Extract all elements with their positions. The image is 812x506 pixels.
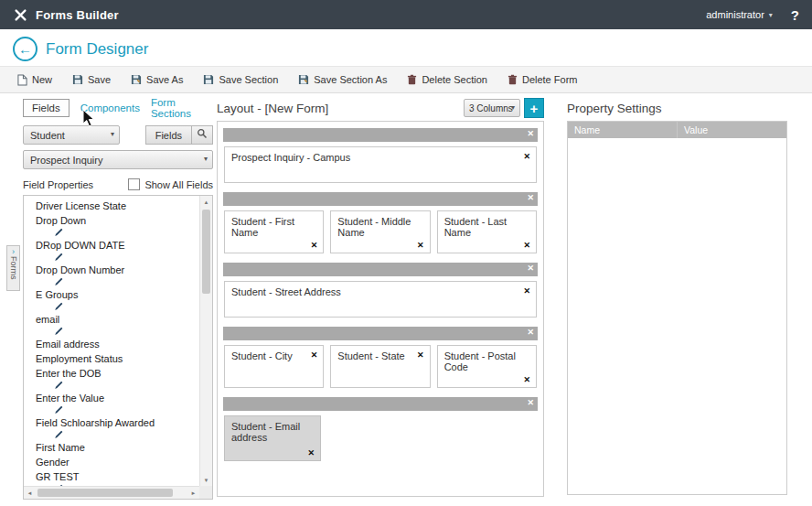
remove-field-icon[interactable]: ✕ [417, 350, 424, 360]
save-section-as-button[interactable]: Save Section As [288, 70, 397, 90]
form-field-cell[interactable]: Prospect Inquiry - Campus ✕ [224, 146, 537, 183]
save-section-button[interactable]: Save Section [193, 70, 288, 90]
field-item[interactable]: First Name [24, 440, 198, 455]
remove-field-icon[interactable]: ✕ [523, 241, 530, 250]
remove-section-icon[interactable]: ✕ [527, 328, 534, 337]
field-item[interactable]: Enter the DOB [24, 366, 198, 381]
form-field-cell[interactable]: Student - Last Name ✕ [437, 210, 537, 253]
fields-search-group: Fields [145, 125, 213, 145]
entity-dropdown[interactable]: Student ▾ [23, 125, 120, 145]
remove-field-icon[interactable]: ✕ [307, 448, 315, 458]
show-all-fields-checkbox[interactable] [128, 178, 140, 190]
form-field-cell[interactable]: Student - Middle Name ✕ [330, 210, 430, 253]
field-item[interactable]: email [24, 312, 198, 327]
search-button[interactable] [191, 125, 213, 145]
remove-field-icon[interactable]: ✕ [311, 241, 318, 250]
section-header[interactable]: ✕ [223, 128, 538, 142]
panel-tabs: Fields Components Form Sections [23, 97, 213, 119]
new-button[interactable]: New [7, 70, 62, 91]
form-dropdown[interactable]: Prospect Inquiry ▾ [23, 150, 213, 169]
remove-field-icon[interactable]: ✕ [523, 286, 530, 296]
tab-components[interactable]: Components [80, 102, 140, 113]
scroll-left-icon[interactable]: ◄ [24, 487, 36, 499]
button-label: Save As [146, 74, 183, 85]
field-item[interactable]: Email address [24, 337, 198, 351]
section-header[interactable]: ✕ [223, 327, 538, 340]
forms-side-tab[interactable]: › Forms [6, 245, 20, 291]
field-item[interactable]: GR TEST [24, 469, 198, 484]
fields-button[interactable]: Fields [145, 125, 192, 145]
help-icon[interactable]: ? [791, 7, 799, 23]
scroll-up-icon[interactable]: ▲ [200, 196, 212, 208]
add-section-button[interactable]: + [524, 98, 544, 118]
form-field-cell[interactable]: Student - City ✕ [224, 345, 324, 388]
field-item[interactable]: Employment Status [24, 351, 198, 366]
pencil-icon [24, 228, 198, 238]
section-header[interactable]: ✕ [223, 397, 538, 411]
show-all-fields-label: Show All Fields [144, 179, 213, 190]
form-dropdown-value: Prospect Inquiry [30, 155, 102, 166]
show-all-fields-group: Show All Fields [128, 178, 213, 190]
pencil-icon [24, 405, 198, 415]
delete-form-button[interactable]: Delete Form [497, 70, 588, 90]
property-column-value: Value [677, 122, 786, 138]
form-field-cell-selected[interactable]: Student - Email address ✕ [224, 415, 321, 461]
button-label: Save Section As [314, 74, 387, 85]
back-arrow-icon: ← [18, 42, 32, 56]
remove-section-icon[interactable]: ✕ [527, 264, 534, 273]
trash-icon [508, 74, 518, 85]
property-panel: Property Settings Name Value [567, 97, 787, 497]
pencil-icon [24, 327, 198, 337]
toolbar: New Save Save As Save Section Save Secti… [0, 66, 812, 93]
back-button[interactable]: ← [13, 37, 37, 61]
field-cell-label: Student - Last Name [444, 216, 530, 238]
layout-title: Layout - [New Form] [217, 102, 328, 115]
field-item[interactable]: E Groups [24, 287, 198, 302]
topbar-right: administrator ▾ ? [706, 7, 799, 23]
remove-field-icon[interactable]: ✕ [417, 241, 424, 250]
remove-field-icon[interactable]: ✕ [523, 375, 530, 384]
section-header[interactable]: ✕ [223, 263, 538, 276]
search-icon [197, 128, 208, 142]
scroll-down-icon[interactable]: ▼ [200, 474, 212, 486]
save-as-button[interactable]: Save As [121, 70, 193, 90]
forms-builder-app: Forms Builder administrator ▾ ? ← Form D… [0, 0, 812, 506]
field-item[interactable]: Gender [24, 455, 198, 469]
field-item[interactable]: Field Schloarship Awarded [24, 415, 198, 430]
pencil-icon [24, 430, 198, 440]
section-body: Student - Email address ✕ [223, 411, 538, 462]
save-button[interactable]: Save [62, 70, 121, 90]
horizontal-scroll-thumb[interactable] [37, 489, 173, 497]
tab-fields[interactable]: Fields [23, 99, 69, 117]
field-item[interactable]: DRop DOWN DATE [24, 238, 198, 253]
scroll-right-icon[interactable]: ► [187, 487, 199, 499]
user-menu[interactable]: administrator ▾ [706, 9, 773, 20]
remove-section-icon[interactable]: ✕ [527, 129, 534, 138]
field-item[interactable]: Enter the Value [24, 391, 198, 405]
horizontal-scrollbar[interactable]: ◄ ► [24, 486, 199, 499]
field-cell-label: Student - Street Address [231, 286, 341, 297]
columns-dropdown[interactable]: 3 Columns ▾ [464, 99, 520, 117]
section-header[interactable]: ✕ [223, 192, 538, 206]
topbar-left: Forms Builder [13, 7, 119, 23]
field-cell-label: Student - City [231, 350, 293, 361]
layout-header: Layout - [New Form] 3 Columns ▾ + [217, 97, 544, 119]
button-label: New [32, 74, 52, 85]
field-item[interactable]: Drop Down Number [24, 263, 198, 277]
form-field-cell[interactable]: Student - Postal Code ✕ [437, 345, 537, 388]
layout-header-controls: 3 Columns ▾ + [464, 98, 544, 118]
field-item[interactable]: Drop Down [24, 213, 198, 228]
remove-section-icon[interactable]: ✕ [527, 398, 534, 407]
field-item[interactable]: Driver License State [24, 199, 198, 213]
form-field-cell[interactable]: Student - Street Address ✕ [224, 281, 537, 318]
field-cell-label: Prospect Inquiry - Campus [231, 152, 350, 163]
remove-section-icon[interactable]: ✕ [527, 193, 534, 202]
form-field-cell[interactable]: Student - State ✕ [330, 345, 430, 388]
remove-field-icon[interactable]: ✕ [311, 350, 318, 360]
tab-form-sections[interactable]: Form Sections [151, 97, 213, 119]
remove-field-icon[interactable]: ✕ [523, 152, 530, 161]
delete-section-button[interactable]: Delete Section [397, 70, 497, 90]
vertical-scrollbar[interactable]: ▲ ▼ [199, 196, 212, 486]
form-field-cell[interactable]: Student - First Name ✕ [224, 210, 324, 253]
vertical-scroll-thumb[interactable] [202, 210, 210, 294]
